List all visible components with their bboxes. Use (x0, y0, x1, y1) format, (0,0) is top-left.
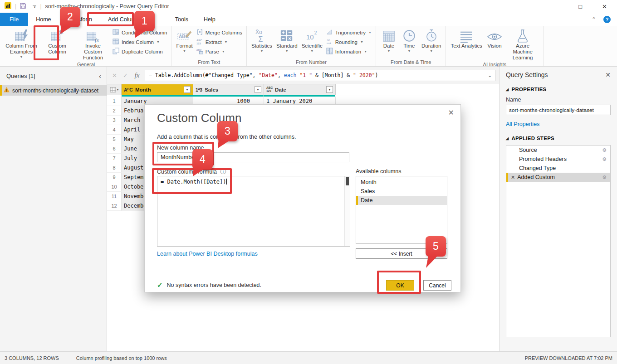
maximize-button[interactable]: □ (578, 3, 582, 10)
query-list-item[interactable]: ! sort-months-chronologically-dataset (0, 85, 107, 96)
vision-icon (487, 28, 502, 43)
titlebar: | ▾ | sort-months-chronologically - Powe… (0, 0, 617, 13)
ribbon-button-duration[interactable]: Duration▼ (420, 27, 442, 53)
tab-home[interactable]: Home (28, 13, 59, 26)
ribbon-button-label: Information (335, 49, 362, 54)
delete-step-icon[interactable]: ✕ (511, 175, 515, 180)
tab-file[interactable]: File (0, 13, 28, 26)
ribbon-button-label: Format (176, 43, 192, 49)
table-lightning-icon (15, 28, 28, 43)
applied-steps-section-header[interactable]: ◢ APPLIED STEPS (506, 136, 611, 141)
ribbon-button-scientific[interactable]: 102Scientific▼ (300, 27, 324, 53)
cancel-button[interactable]: Cancel (423, 280, 451, 291)
available-column-month[interactable]: Month (356, 178, 447, 187)
status-profiling[interactable]: Column profiling based on top 1000 rows (76, 355, 167, 361)
svg-text:2: 2 (314, 30, 317, 35)
filter-dropdown-icon[interactable]: ▼ (326, 86, 333, 93)
filter-dropdown-icon[interactable]: ▼ (184, 86, 191, 93)
ribbon-button-extract[interactable]: ABC123Extract▼ (196, 38, 242, 46)
formula-expand-icon[interactable]: ⌄ (488, 73, 492, 78)
collapse-ribbon-icon[interactable]: ⌃ (592, 16, 596, 23)
annotation-balloon-4: 4 (192, 149, 213, 170)
applied-step-added-custom[interactable]: ✕Added Custom⚙ (506, 173, 610, 182)
annotation-balloon-1: 1 (134, 11, 155, 31)
row-number[interactable]: 4 (107, 125, 122, 135)
help-icon[interactable]: ? (603, 16, 611, 23)
available-columns-label: Available columns (356, 168, 402, 175)
row-number[interactable]: 12 (107, 201, 122, 211)
applied-step-changed-type[interactable]: Changed Type (506, 164, 610, 173)
available-columns-list: MonthSalesDate (356, 176, 447, 244)
row-number[interactable]: 1 (107, 97, 122, 106)
applied-steps-list: Source⚙Promoted Headers⚙Changed Type✕Add… (506, 145, 611, 337)
ribbon-button-standard[interactable]: Standard▼ (275, 27, 299, 53)
ribbon-button-information[interactable]: 13Information▼ (326, 48, 372, 55)
conditional-column-icon: ⇄ (113, 29, 119, 36)
ribbon-button-index-column[interactable]: 123Index Column▼ (113, 38, 167, 46)
chevron-down-icon: ▼ (368, 31, 372, 34)
ribbon-button-date[interactable]: Date▼ (379, 27, 398, 53)
ribbon-button-label: Date (383, 43, 394, 49)
quick-access-dropdown-icon[interactable]: ▾ (33, 5, 36, 8)
formula-commit-icon[interactable]: ✓ (122, 72, 129, 79)
svg-text:⇄: ⇄ (116, 31, 119, 34)
applied-step-promoted-headers[interactable]: Promoted Headers⚙ (506, 155, 610, 164)
gear-icon[interactable]: ⚙ (602, 156, 607, 162)
scrollbar-thumb[interactable] (346, 177, 349, 185)
column-header-month[interactable]: AᴮC Month ▼ (122, 84, 193, 95)
ribbon-button-rounding[interactable]: .00Rounding▼ (326, 38, 372, 46)
step-label: Changed Type (519, 165, 556, 171)
tab-help[interactable]: Help (196, 13, 223, 26)
table-menu-button[interactable]: ▾ (107, 84, 122, 95)
close-button[interactable]: ✕ (602, 3, 607, 10)
ribbon-button-vision[interactable]: Vision (485, 27, 504, 49)
row-number[interactable]: 9 (107, 173, 122, 182)
ribbon-button-label: Invoke Custom Function (77, 43, 109, 61)
applied-step-source[interactable]: Source⚙ (506, 146, 610, 155)
formula-fx-icon[interactable]: fx (132, 72, 142, 79)
grid-header-row: ▾ AᴮC Month ▼ 1²3 Sales ▼ ABC (107, 84, 499, 95)
formula-cancel-icon[interactable]: ✕ (111, 72, 118, 79)
filter-dropdown-icon[interactable]: ▼ (255, 86, 261, 93)
all-properties-link[interactable]: All Properties (506, 121, 611, 127)
query-name-input[interactable]: sort-months-chronologically-dataset (506, 105, 611, 115)
ribbon-button-time[interactable]: Time▼ (400, 27, 419, 53)
row-number[interactable]: 5 (107, 135, 122, 144)
row-number[interactable]: 2 (107, 106, 122, 116)
ribbon-button-format[interactable]: ABCFormat▼ (175, 27, 194, 53)
learn-formulas-link[interactable]: Learn about Power BI Desktop formulas (157, 251, 258, 257)
row-number[interactable]: 10 (107, 182, 122, 192)
minimize-button[interactable]: — (553, 3, 558, 10)
formula-scrollbar[interactable] (344, 176, 350, 246)
ribbon-button-invoke-custom-function[interactable]: fxInvoke Custom Function (76, 27, 110, 61)
gear-icon[interactable]: ⚙ (602, 175, 607, 180)
column-header-date[interactable]: ABC 123 Date ▼ (264, 84, 336, 95)
row-number[interactable]: 6 (107, 144, 122, 154)
column-header-sales[interactable]: 1²3 Sales ▼ (193, 84, 264, 95)
close-pane-icon[interactable]: ✕ (605, 71, 611, 78)
row-number[interactable]: 7 (107, 154, 122, 163)
row-number[interactable]: 8 (107, 163, 122, 173)
collapse-pane-icon[interactable]: ‹ (99, 72, 101, 80)
name-label: Name (506, 97, 611, 103)
chevron-down-icon: ▼ (260, 49, 264, 53)
ribbon-button-parse[interactable]: abcParse▼ (196, 48, 242, 55)
row-number[interactable]: 11 (107, 192, 122, 201)
save-button[interactable] (20, 3, 26, 10)
ribbon-button-text-analytics[interactable]: Text Analytics (449, 27, 484, 49)
available-column-sales[interactable]: Sales (356, 187, 447, 196)
ribbon-button-duplicate-column[interactable]: Duplicate Column (113, 48, 167, 55)
ribbon-button-azure-machine-learning[interactable]: Azure Machine Learning (505, 27, 540, 61)
ribbon-button-merge-columns[interactable]: Merge Columns (196, 29, 242, 36)
dialog-close-icon[interactable]: ✕ (448, 108, 454, 117)
information-icon: 13 (326, 48, 333, 55)
properties-section-header[interactable]: ◢ PROPERTIES (506, 87, 611, 92)
row-number[interactable]: 3 (107, 116, 122, 125)
gear-icon[interactable]: ⚙ (602, 147, 607, 153)
formula-input[interactable]: = Table.AddColumn(#"Changed Type", "Date… (145, 70, 495, 81)
ribbon-button-statistics[interactable]: X̄σΣStatistics▼ (250, 27, 274, 53)
ribbon-button-trigonometry[interactable]: Trigonometry▼ (326, 29, 372, 36)
available-column-date[interactable]: Date (356, 196, 447, 205)
tab-tools[interactable]: Tools (167, 13, 196, 26)
chevron-down-icon: ▼ (430, 49, 433, 53)
